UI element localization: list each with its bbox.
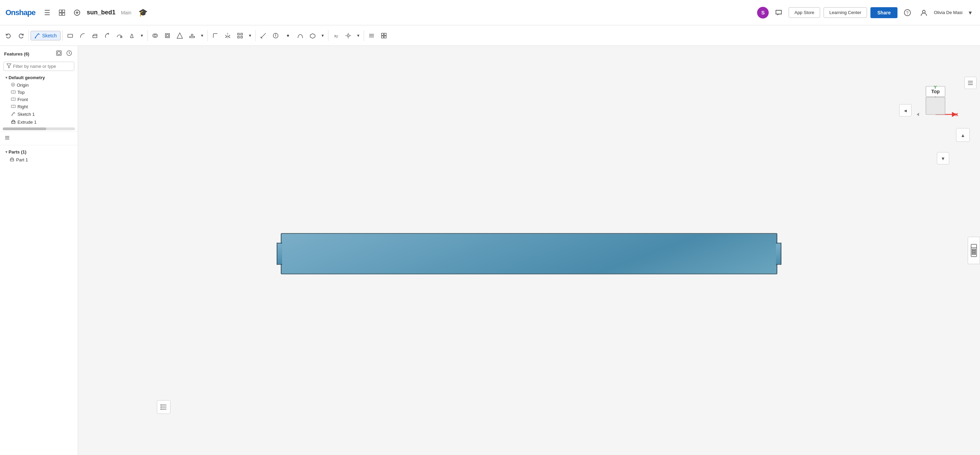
config-button[interactable] [342,31,354,40]
rotate-down-button[interactable]: ▾ [937,152,949,164]
svg-rect-40 [382,33,383,35]
svg-point-48 [11,83,15,86]
front-plane-item[interactable]: Front [3,96,78,103]
feature-list-toggle-button[interactable] [157,400,170,414]
rotate-left-button[interactable]: ◂ [899,104,912,117]
sidebar-scrollbar[interactable] [3,128,75,130]
extrude-button[interactable] [89,31,101,40]
zoom-fit-button[interactable] [378,31,390,40]
hamburger-menu-button[interactable]: ☰ [42,7,52,18]
more-features-button[interactable]: ▾ [138,32,146,39]
user-name: Olivia De Masi [934,10,963,15]
plane-tool-button[interactable] [64,31,76,40]
more-solid-button[interactable]: ▾ [199,32,206,39]
view-cube[interactable]: Top X Y [912,77,959,125]
redo-button[interactable] [15,31,27,40]
default-geometry-label: Default geometry [9,75,45,80]
fillet-button[interactable] [77,31,88,40]
view-cube-settings[interactable] [964,77,977,89]
loft-button[interactable] [126,31,138,40]
more-pattern-button[interactable]: ▾ [247,32,254,39]
svg-point-80 [161,405,162,406]
view-cube-left-arrow[interactable]: ◂ [899,104,912,117]
variable-button[interactable]: x y [330,31,342,40]
rotate-up-button[interactable]: ▴ [956,128,970,142]
annotate-button[interactable] [270,31,282,40]
svg-rect-23 [238,33,239,35]
mirror-button[interactable] [222,31,234,40]
sun-bed-part [281,233,777,275]
grid-view-button[interactable] [57,8,67,18]
curve-button[interactable] [294,31,306,40]
rib-button[interactable] [186,31,198,40]
more-surface-button[interactable]: ▾ [319,32,326,39]
point-button[interactable] [282,31,294,40]
undo-button[interactable] [3,31,14,40]
3d-viewport[interactable]: Top X Y ▴ [78,46,980,455]
user-menu-button[interactable] [917,8,930,18]
svg-line-10 [35,34,38,38]
svg-rect-44 [57,51,61,56]
measure-button[interactable] [258,31,269,40]
svg-rect-41 [384,33,386,35]
boolean-button[interactable] [149,31,161,40]
svg-rect-19 [166,35,169,37]
draft-button[interactable] [174,31,186,40]
part1-item[interactable]: Part 1 [3,156,78,164]
svg-point-32 [275,34,276,34]
revolve-button[interactable] [101,31,113,40]
view-cube-down-arrow[interactable]: ▾ [937,152,949,164]
feature-filter-input[interactable] [13,64,71,69]
learning-center-button[interactable]: Learning Center [824,7,867,18]
svg-point-9 [923,10,925,13]
origin-item[interactable]: Origin [3,81,78,89]
help-button[interactable]: ? [901,8,914,18]
svg-point-49 [12,84,14,85]
graduation-cap-icon[interactable]: 🎓 [138,8,148,17]
search-bar [0,60,78,73]
svg-rect-75 [972,251,975,252]
pattern-button[interactable] [234,31,246,40]
part1-icon [10,157,14,163]
view-settings-button[interactable] [964,77,977,89]
fillet-chamfer-button[interactable] [210,31,221,40]
onshape-logo[interactable]: Onshape [5,8,35,17]
default-geometry-group[interactable]: ▾ Default geometry [3,73,78,81]
app-store-button[interactable]: App Store [789,7,820,18]
sketch1-item[interactable]: Sketch 1 [3,110,78,118]
chat-button[interactable] [772,8,785,18]
sweep-button[interactable] [114,31,125,40]
svg-text:Y: Y [934,85,937,90]
surface-button[interactable] [307,31,318,40]
show-in-viewport-button[interactable] [54,49,64,58]
expand-toolbar-button[interactable] [366,31,377,40]
share-button[interactable]: Share [870,7,897,18]
sketch-tool-button[interactable]: Sketch [30,31,60,40]
add-element-button[interactable] [72,8,83,18]
default-geometry-caret: ▾ [5,76,7,80]
list-view-button[interactable] [3,134,12,143]
svg-rect-0 [59,10,62,12]
sidebar-header-icons [54,49,74,58]
right-panel-button[interactable] [968,237,980,264]
svg-line-11 [38,34,40,35]
extrude1-item[interactable]: Extrude 1 [3,118,78,126]
parts-group-header[interactable]: ▾ Parts (1) [3,148,78,156]
top-plane-item[interactable]: Top [3,89,78,96]
more-button[interactable]: ▾ [355,32,362,39]
extrude1-label: Extrude 1 [18,120,37,125]
toolbar-divider-1 [29,30,29,41]
svg-rect-42 [382,36,383,38]
svg-line-56 [12,112,14,115]
main-content: Features (6) [0,46,980,455]
shell-button[interactable] [162,31,173,40]
history-button[interactable] [65,49,74,58]
user-dropdown-button[interactable]: ▾ [966,8,975,18]
parts-title: Parts (1) [9,149,26,155]
toolbar-divider-4 [207,30,208,41]
search-input-wrap [3,62,74,71]
svg-point-81 [161,407,162,408]
right-plane-item[interactable]: Right [3,103,78,110]
top-navigation: Onshape ☰ sun_bed1 Main 🎓 S App Store Le… [0,0,980,26]
svg-rect-14 [93,36,97,38]
